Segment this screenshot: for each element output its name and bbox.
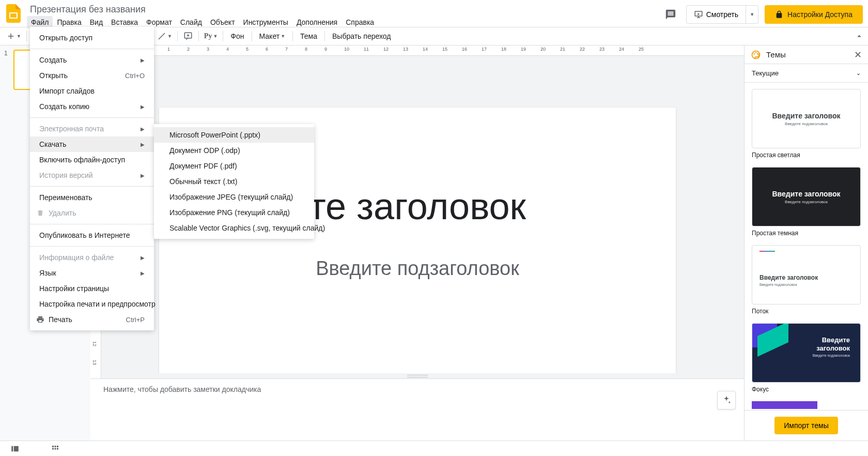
theme-name: Поток xyxy=(752,308,861,315)
menu-print-preview[interactable]: Настройка печати и предпросмотр xyxy=(30,296,154,312)
file-dropdown: Открыть доступ Создать▶ ОткрытьCtrl+O Им… xyxy=(30,27,154,330)
notes-resize-handle[interactable] xyxy=(91,373,744,378)
layout-button[interactable]: Макет▼ xyxy=(255,29,290,43)
download-submenu: Microsoft PowerPoint (.pptx) Документ OD… xyxy=(154,124,314,239)
filmstrip-view-icon[interactable] xyxy=(10,444,20,453)
ruler-tick: 23 xyxy=(599,47,605,52)
menu-publish[interactable]: Опубликовать в Интернете xyxy=(30,227,154,243)
horizontal-ruler: 0123456789101112131415161718192021222324… xyxy=(91,45,744,56)
menu-offline[interactable]: Включить офлайн-доступ xyxy=(30,152,154,168)
separator xyxy=(198,31,199,41)
themes-footer: Импорт темы xyxy=(745,410,868,440)
menu-version-history: История версий▶ xyxy=(30,168,154,183)
ruler-tick: 12 xyxy=(383,47,389,52)
notes-placeholder: Нажмите, чтобы добавить заметки докладчи… xyxy=(103,385,732,393)
theme-card-focus[interactable]: Введите заголовок Введите подзаголовок Ф… xyxy=(752,323,861,393)
download-pptx[interactable]: Microsoft PowerPoint (.pptx) xyxy=(154,127,314,143)
themes-list[interactable]: Введите заголовок Введите подзаголовок П… xyxy=(745,83,868,410)
theme-name: Фокус xyxy=(752,386,861,393)
notes-area[interactable]: Нажмите, чтобы добавить заметки докладчи… xyxy=(91,378,744,440)
theme-name: Простая темная xyxy=(752,230,861,237)
present-dropdown[interactable]: ▼ xyxy=(746,5,758,24)
ruler-tick: 22 xyxy=(580,47,585,52)
comments-icon[interactable] xyxy=(661,5,680,24)
title-area: Презентация без названия Файл Правка Вид… xyxy=(27,3,661,28)
menu-share[interactable]: Открыть доступ xyxy=(30,30,154,45)
ruler-tick: 16 xyxy=(462,47,467,52)
footer xyxy=(0,440,868,456)
download-png[interactable]: Изображение PNG (текущий слайд) xyxy=(154,205,314,220)
theme-name: Простая светлая xyxy=(752,151,861,159)
language-tool[interactable]: Ру▼ xyxy=(202,29,220,43)
present-label: Смотреть xyxy=(706,10,738,19)
themes-current-toggle[interactable]: Текущие ⌄ xyxy=(745,64,868,83)
svg-point-8 xyxy=(755,52,757,53)
slide-subtitle-placeholder[interactable]: Введите подзаголовок xyxy=(185,257,650,280)
menu-rename[interactable]: Переименовать xyxy=(30,190,154,205)
download-odp[interactable]: Документ ODP (.odp) xyxy=(154,143,314,158)
canvas-area: 0123456789101112131415161718192021222324… xyxy=(91,45,744,440)
menu-download[interactable]: Скачать▶ xyxy=(30,136,154,152)
submenu-arrow-icon: ▶ xyxy=(141,270,145,276)
theme-preview: Введите заголовок Введите подзаголовок xyxy=(752,167,861,226)
menu-open[interactable]: ОткрытьCtrl+O xyxy=(30,68,154,83)
submenu-arrow-icon: ▶ xyxy=(141,142,145,147)
ruler-tick: 5 xyxy=(246,47,249,52)
separator xyxy=(324,31,325,41)
share-button[interactable]: Настройки Доступа xyxy=(765,5,863,24)
accent-bar xyxy=(760,251,775,252)
ruler-tick: 25 xyxy=(639,47,644,52)
download-jpeg[interactable]: Изображение JPEG (текущий слайд) xyxy=(154,189,314,205)
themes-header: Темы ✕ xyxy=(745,45,868,64)
svg-rect-16 xyxy=(55,448,56,449)
slides-logo[interactable] xyxy=(4,4,23,23)
theme-card-flow[interactable]: Введите заголовок Введите подзаголовок П… xyxy=(752,245,861,315)
ruler-tick: 13 xyxy=(403,47,408,52)
download-svg[interactable]: Scalable Vector Graphics (.svg, текущий … xyxy=(154,220,314,236)
ruler-tick: 13 xyxy=(92,360,97,365)
themes-title: Темы xyxy=(766,50,786,59)
themes-current-label: Текущие xyxy=(752,69,779,77)
collapse-toolbar-icon[interactable] xyxy=(855,32,864,41)
menu-page-setup[interactable]: Настройки страницы xyxy=(30,281,154,296)
theme-card-light[interactable]: Введите заголовок Введите подзаголовок П… xyxy=(752,89,861,159)
ruler-tick: 20 xyxy=(540,47,546,52)
close-icon[interactable]: ✕ xyxy=(854,49,862,60)
theme-preview: Введите заголовок Введите подзаголовок xyxy=(752,323,861,383)
theme-button[interactable]: Тема xyxy=(296,29,321,43)
header-right: Смотреть ▼ Настройки Доступа xyxy=(661,5,863,24)
background-button[interactable]: Фон xyxy=(226,29,248,43)
import-theme-button[interactable]: Импорт темы xyxy=(774,417,838,434)
download-txt[interactable]: Обычный текст (.txt) xyxy=(154,174,314,189)
ruler-tick: 11 xyxy=(364,47,369,52)
line-tool[interactable]: ▼ xyxy=(155,29,174,43)
separator xyxy=(30,186,154,187)
doc-title[interactable]: Презентация без названия xyxy=(27,3,661,15)
chevron-down-icon: ▼ xyxy=(750,12,754,17)
menu-create[interactable]: Создать▶ xyxy=(30,52,154,68)
new-slide-button[interactable]: ▼ xyxy=(4,29,23,43)
menu-make-copy[interactable]: Создать копию▶ xyxy=(30,99,154,114)
submenu-arrow-icon: ▶ xyxy=(141,255,145,261)
palette-icon xyxy=(751,50,761,60)
svg-rect-1 xyxy=(10,13,17,18)
theme-preview: Введите заголовок Введите подзаголовок xyxy=(752,89,861,148)
download-pdf[interactable]: Документ PDF (.pdf) xyxy=(154,158,314,174)
explore-button[interactable] xyxy=(717,391,736,409)
share-label: Настройки Доступа xyxy=(787,10,853,19)
present-button[interactable]: Смотреть xyxy=(686,5,746,24)
menu-print[interactable]: ПечатьCtrl+P xyxy=(30,312,154,327)
comment-tool[interactable] xyxy=(181,29,195,43)
grid-view-icon[interactable] xyxy=(51,444,60,453)
svg-rect-13 xyxy=(55,446,56,447)
submenu-arrow-icon: ▶ xyxy=(141,126,145,132)
svg-rect-14 xyxy=(57,446,58,447)
menu-import-slides[interactable]: Импорт слайдов xyxy=(30,83,154,99)
ruler-tick: 19 xyxy=(521,47,526,52)
transition-button[interactable]: Выбрать переход xyxy=(328,29,395,43)
theme-card-partial[interactable] xyxy=(752,401,861,409)
theme-card-dark[interactable]: Введите заголовок Введите подзаголовок П… xyxy=(752,167,861,237)
svg-rect-11 xyxy=(14,446,19,451)
ruler-tick: 17 xyxy=(482,47,487,52)
menu-language[interactable]: Язык▶ xyxy=(30,265,154,281)
